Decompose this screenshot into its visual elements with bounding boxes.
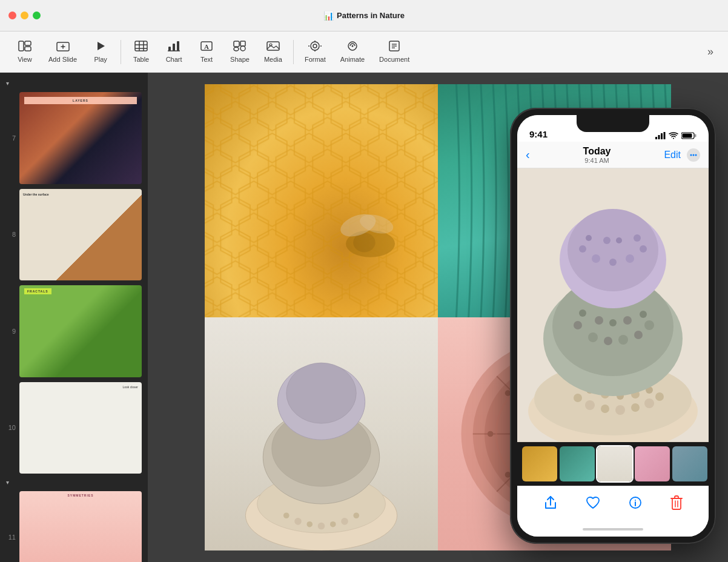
back-icon[interactable]: ‹ [526,148,530,162]
svg-rect-76 [658,135,660,139]
slide-thumb-11[interactable]: SYMMETRIES [19,491,142,562]
phone-status-icons [655,132,697,139]
add-slide-icon [56,41,70,53]
svg-point-106 [634,331,643,339]
toolbar-table[interactable]: Table [126,37,156,67]
toolbar-view[interactable]: View [10,37,40,67]
svg-point-107 [644,320,654,330]
slide-number-11: 11 [6,534,16,541]
filmstrip-thumb-1[interactable] [522,446,557,481]
phone-nav-center: Today 9:41 AM [535,146,660,164]
svg-rect-18 [234,41,239,47]
info-icon [629,496,642,509]
share-button[interactable] [544,495,557,514]
slide-group-7-header[interactable]: ▾ [0,78,148,89]
svg-point-25 [313,44,317,48]
svg-point-19 [240,46,245,51]
svg-rect-0 [19,41,24,51]
slide-thumb-7[interactable]: LAYERS [19,92,142,184]
chevron-icon-2: ▾ [6,479,9,486]
toolbar-more-button[interactable]: » [703,43,718,61]
toolbar-media[interactable]: Media [258,37,288,67]
svg-point-105 [618,335,628,345]
svg-point-111 [623,316,632,325]
toolbar-format[interactable]: Format [299,37,332,67]
slide-item-9[interactable]: 9 FRACTALS [0,283,148,379]
view-icon [18,41,31,53]
svg-point-117 [609,259,617,266]
svg-point-51 [353,512,359,518]
quadrant-top-left [205,84,438,317]
svg-point-47 [306,521,313,527]
svg-point-21 [234,47,239,51]
toolbar-document[interactable]: Document [373,37,415,67]
filmstrip-thumb-4[interactable] [635,446,670,481]
toolbar-separator-2 [293,40,294,64]
toolbar-text[interactable]: A Text [191,37,222,67]
play-icon [95,41,106,53]
svg-rect-77 [661,133,663,139]
close-button[interactable] [8,12,16,19]
media-icon [266,41,280,53]
media-label: Media [264,56,282,63]
slide-item-10[interactable]: 10 Look closer [0,380,148,476]
slide-number-7: 7 [6,134,16,142]
toolbar-add-slide[interactable]: Add Slide [42,37,83,67]
document-label: Document [379,56,409,63]
info-button[interactable] [629,496,642,513]
heart-button[interactable] [586,496,600,513]
svg-point-109 [595,316,603,325]
shape-label: Shape [230,56,250,63]
slide-thumb-10[interactable]: Look closer [19,382,142,474]
slide-item-11[interactable]: 11 SYMMETRIES [0,489,148,562]
toolbar-chart[interactable]: Chart [159,37,189,67]
filmstrip-thumb-3[interactable] [597,446,632,481]
phone-filmstrip [517,442,709,486]
trash-button[interactable] [670,495,683,514]
svg-rect-80 [695,134,697,137]
svg-marker-6 [98,42,105,50]
slide-panel: ▾ 7 LAYERS 8 Under the surface 9 [0,73,148,562]
svg-point-115 [579,245,586,253]
keynote-icon: 📊 [323,11,334,21]
heart-icon [586,496,600,509]
minimize-button[interactable] [21,12,28,19]
svg-point-48 [318,523,325,530]
svg-point-92 [631,403,640,412]
svg-point-82 [690,154,692,156]
phone-notch [577,115,649,132]
phone-more-button[interactable] [687,148,700,162]
svg-point-91 [615,405,625,415]
trash-icon [670,495,683,510]
filmstrip-thumb-2[interactable] [560,446,595,481]
maximize-button[interactable] [33,12,41,19]
svg-point-46 [294,518,302,525]
toolbar-animate[interactable]: Animate [334,37,371,67]
svg-rect-20 [240,41,245,46]
phone-nav-actions: Edit [664,148,700,162]
phone-home-indicator [517,522,709,537]
phone-main-image [517,168,709,442]
slide-thumb-9[interactable]: FRACTALS [19,285,142,377]
svg-rect-14 [177,41,179,51]
home-bar [583,528,643,531]
slide-item-7[interactable]: 7 LAYERS [0,90,148,186]
toolbar-shape[interactable]: Shape [224,37,256,67]
svg-point-50 [341,518,348,525]
slide-thumb-8[interactable]: Under the surface [19,189,142,281]
filmstrip-thumb-5[interactable] [672,446,707,481]
main-area: ▾ 7 LAYERS 8 Under the surface 9 [0,73,728,562]
svg-point-103 [588,332,598,342]
chart-label: Chart [166,56,182,63]
shape-icon [233,41,247,53]
slide-item-8[interactable]: 8 Under the surface [0,187,148,283]
svg-rect-78 [664,132,666,139]
phone-edit-button[interactable]: Edit [664,150,681,160]
slide-group-11-header[interactable]: ▾ [0,477,148,488]
svg-point-45 [283,512,290,518]
phone-nav-title: Today [535,146,660,157]
svg-rect-12 [168,47,171,51]
phone-overlay: 9:41 [504,102,728,562]
toolbar-play[interactable]: Play [85,37,116,67]
canvas-area[interactable]: 9:41 [148,73,728,562]
